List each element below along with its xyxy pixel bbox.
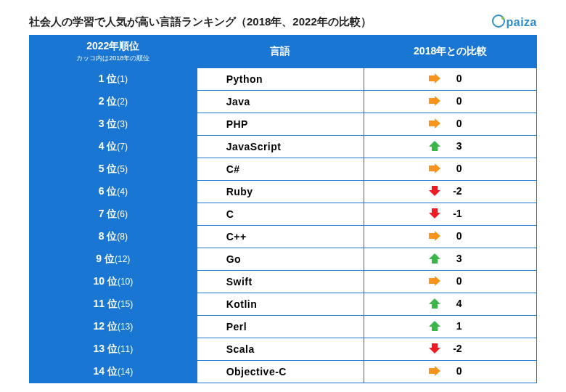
- comparison-cell: 0: [364, 91, 537, 113]
- rank-2018: (12): [115, 254, 130, 264]
- rank-2018: (13): [118, 322, 133, 332]
- delta-value: 1: [448, 320, 462, 332]
- language-cell: C++: [197, 226, 364, 248]
- comparison-cell: 0: [364, 158, 537, 181]
- logo-icon: [492, 15, 505, 28]
- rank-2018: (3): [117, 119, 128, 129]
- rank-suffix: 位: [104, 208, 117, 219]
- rank-suffix: 位: [104, 275, 118, 287]
- rank-cell: 13 位(11): [30, 338, 197, 361]
- arrow-up-icon: [429, 141, 440, 151]
- arrow-right-icon: [429, 73, 440, 83]
- rank-cell: 2 位(2): [30, 91, 197, 113]
- arrow-up-icon: [429, 321, 440, 331]
- delta-value: 0: [448, 73, 462, 84]
- arrow-right-icon: [429, 231, 440, 241]
- delta-value: 0: [448, 95, 462, 107]
- rank-cell: 8 位(8): [30, 226, 197, 248]
- delta-value: -2: [448, 343, 462, 354]
- arrow-right-icon: [429, 276, 440, 286]
- language-cell: C#: [197, 158, 364, 181]
- table-row: 14 位(14)Objective-C0: [30, 361, 537, 383]
- col-rank-sublabel: カッコ内は2018年の順位: [33, 54, 194, 63]
- comparison-cell: 0: [364, 68, 537, 91]
- table-row: 5 位(5)C#0: [30, 158, 537, 181]
- arrow-right-icon: [429, 118, 440, 128]
- arrow-right-icon: [429, 96, 440, 106]
- arrow-down-icon: [429, 208, 440, 219]
- language-cell: Ruby: [197, 181, 364, 203]
- arrow-down-icon: [429, 343, 440, 354]
- table-row: 4 位(7)JavaScript3: [30, 136, 537, 158]
- rank-cell: 10 位(10): [30, 271, 197, 293]
- col-language-header: 言語: [197, 36, 364, 68]
- rank-suffix: 位: [104, 163, 117, 174]
- language-cell: Objective-C: [197, 361, 364, 383]
- delta-value: 0: [448, 230, 462, 242]
- rank-cell: 4 位(7): [30, 136, 197, 158]
- rank-2018: (10): [118, 277, 133, 287]
- table-row: 10 位(10)Swift0: [30, 271, 537, 293]
- delta-value: 0: [448, 118, 462, 129]
- rank-2018: (14): [118, 367, 133, 377]
- language-cell: Swift: [197, 271, 364, 293]
- table-row: 12 位(13)Perl1: [30, 316, 537, 338]
- rank-cell: 6 位(4): [30, 181, 197, 203]
- comparison-cell: 3: [364, 136, 537, 158]
- rank-cell: 11 位(15): [30, 293, 197, 316]
- language-cell: Kotlin: [197, 293, 364, 316]
- col-rank-header: 2022年順位 カッコ内は2018年の順位: [30, 36, 197, 68]
- comparison-cell: 3: [364, 248, 537, 271]
- rank-2018: (2): [117, 97, 128, 107]
- header: 社会人の学習で人気が高い言語ランキング（2018年、2022年の比較） paiz…: [29, 15, 537, 29]
- comparison-cell: 0: [364, 361, 537, 383]
- rank-2018: (6): [117, 209, 128, 219]
- rank-suffix: 位: [104, 320, 118, 332]
- table-header-row: 2022年順位 カッコ内は2018年の順位 言語 2018年との比較: [30, 36, 537, 68]
- table-row: 9 位(12)Go3: [30, 248, 537, 271]
- language-cell: JavaScript: [197, 136, 364, 158]
- language-cell: PHP: [197, 113, 364, 136]
- rank-suffix: 位: [104, 95, 117, 107]
- rank-2022: 9: [96, 253, 102, 264]
- rank-suffix: 位: [104, 230, 117, 242]
- rank-2018: (8): [117, 232, 128, 242]
- rank-2022: 13: [93, 343, 104, 354]
- rank-2022: 14: [93, 365, 104, 377]
- logo: paiza: [492, 15, 537, 29]
- rank-cell: 14 位(14): [30, 361, 197, 383]
- delta-value: -1: [448, 208, 462, 219]
- delta-value: 0: [448, 365, 462, 377]
- rank-cell: 1 位(1): [30, 68, 197, 91]
- arrow-right-icon: [429, 366, 440, 376]
- rank-cell: 12 位(13): [30, 316, 197, 338]
- rank-suffix: 位: [104, 298, 118, 309]
- rank-suffix: 位: [104, 365, 118, 377]
- rank-suffix: 位: [104, 140, 117, 152]
- rank-2018: (1): [117, 74, 128, 84]
- col-rank-label: 2022年順位: [86, 40, 139, 52]
- table-row: 1 位(1)Python0: [30, 68, 537, 91]
- arrow-down-icon: [429, 186, 440, 196]
- rank-cell: 5 位(5): [30, 158, 197, 181]
- arrow-up-icon: [429, 298, 440, 309]
- comparison-cell: -1: [364, 203, 537, 226]
- delta-value: 0: [448, 275, 462, 287]
- rank-suffix: 位: [102, 253, 115, 264]
- comparison-cell: -2: [364, 181, 537, 203]
- delta-value: 3: [448, 140, 462, 152]
- table-row: 3 位(3)PHP0: [30, 113, 537, 136]
- table-row: 6 位(4)Ruby-2: [30, 181, 537, 203]
- delta-value: 0: [448, 163, 462, 174]
- arrow-up-icon: [429, 253, 440, 264]
- rank-cell: 3 位(3): [30, 113, 197, 136]
- table-row: 8 位(8)C++0: [30, 226, 537, 248]
- comparison-cell: 4: [364, 293, 537, 316]
- rank-2022: 12: [93, 320, 104, 332]
- table-row: 13 位(11)Scala-2: [30, 338, 537, 361]
- ranking-table: 2022年順位 カッコ内は2018年の順位 言語 2018年との比較 1 位(1…: [29, 35, 537, 383]
- rank-2018: (15): [118, 299, 133, 309]
- delta-value: 3: [448, 253, 462, 264]
- arrow-right-icon: [429, 163, 440, 173]
- rank-2018: (5): [117, 164, 128, 174]
